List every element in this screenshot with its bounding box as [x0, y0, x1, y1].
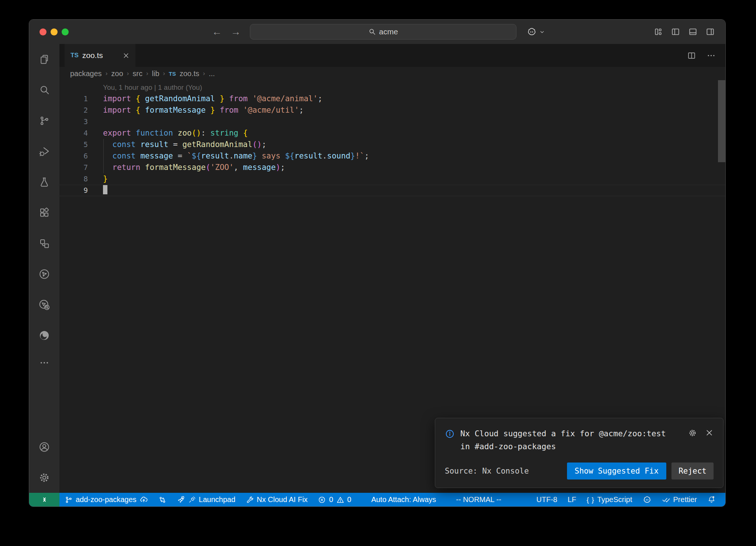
cloud-upload-icon — [140, 495, 148, 504]
launchpad-label: Launchpad — [199, 495, 236, 504]
line-number: 5 — [59, 139, 103, 150]
settings-gear-icon[interactable] — [29, 462, 59, 493]
branch-name: add-zoo-packages — [76, 495, 137, 504]
copilot-menu-button[interactable] — [527, 20, 545, 44]
notification-settings-gear-icon[interactable] — [688, 429, 697, 437]
tab-zoo-ts[interactable]: TS zoo.ts — [65, 44, 135, 67]
remote-explorer-icon[interactable] — [29, 228, 59, 259]
code-line[interactable]: 5 const result = getRandomAnimal(); — [59, 139, 725, 150]
close-tab-icon[interactable] — [123, 52, 130, 59]
eol-status[interactable]: LF — [563, 493, 581, 506]
nx-cloud-ai-fix-status[interactable]: Nx Cloud AI Fix — [241, 493, 313, 506]
line-number: 6 — [59, 150, 103, 162]
notification-message: Nx Cloud suggested a fix for @acme/zoo:t… — [460, 427, 674, 453]
auto-attach-status[interactable]: Auto Attach: Always — [366, 493, 441, 506]
remote-indicator-icon — [40, 495, 49, 504]
nx-cloud-icon[interactable] — [29, 289, 59, 320]
vim-block-cursor — [103, 185, 107, 194]
line-number: 1 — [59, 93, 103, 105]
bell-dot-icon — [707, 495, 716, 504]
prettier-status[interactable]: Prettier — [657, 493, 702, 506]
go-forward-button[interactable]: → — [231, 26, 241, 38]
code-line[interactable]: 6 const message = `${result.name} says $… — [59, 150, 725, 162]
zoom-window-button[interactable] — [62, 28, 69, 35]
breadcrumb-separator: › — [106, 70, 108, 77]
remote-indicator[interactable] — [29, 493, 59, 506]
activity-bar — [29, 44, 59, 493]
customize-layout-icon[interactable] — [653, 27, 663, 37]
command-center-search[interactable]: acme — [250, 24, 516, 40]
toggle-secondary-sidebar-icon[interactable] — [705, 27, 715, 37]
explorer-icon[interactable] — [29, 44, 59, 75]
notifications-status[interactable] — [702, 493, 721, 506]
more-icon[interactable] — [29, 351, 59, 375]
typescript-file-icon: TS — [71, 52, 79, 59]
code-line[interactable]: 3 — [59, 116, 725, 127]
code-line[interactable]: 8} — [59, 173, 725, 185]
launchpad-status[interactable]: Launchpad — [172, 493, 241, 506]
go-back-button[interactable]: ← — [212, 26, 222, 38]
info-icon — [445, 427, 455, 453]
edge-browser-icon[interactable] — [29, 320, 59, 351]
encoding-status[interactable]: UTF-8 — [531, 493, 563, 506]
language-label: TypeScript — [597, 495, 632, 504]
code-line[interactable]: 2import { formatMessage } from '@acme/ut… — [59, 105, 725, 116]
reject-button[interactable]: Reject — [671, 463, 714, 480]
copilot-status[interactable] — [638, 493, 657, 506]
code-editor[interactable]: You, 1 hour ago | 1 author (You) 1import… — [59, 80, 725, 493]
split-editor-icon[interactable] — [687, 51, 696, 60]
check-double-icon — [662, 495, 670, 504]
git-branch-status[interactable]: add-zoo-packages — [59, 493, 153, 506]
show-suggested-fix-button[interactable]: Show Suggested Fix — [567, 463, 667, 480]
toggle-primary-sidebar-icon[interactable] — [671, 27, 680, 37]
status-bar: add-zoo-packages — [29, 493, 725, 506]
close-window-button[interactable] — [39, 28, 47, 35]
problems-status[interactable]: 0 0 — [313, 493, 356, 506]
search-icon[interactable] — [29, 75, 59, 105]
git-blame-annotation: You, 1 hour ago | 1 author (You) — [103, 82, 725, 93]
run-and-debug-icon[interactable] — [29, 136, 59, 167]
breadcrumb-separator: › — [127, 70, 129, 77]
code-line[interactable]: 9 — [59, 185, 725, 196]
breadcrumb-separator: › — [203, 70, 205, 77]
warning-count: 0 — [347, 495, 351, 504]
title-bar: ← → acme — [29, 20, 725, 44]
line-number: 9 — [59, 185, 103, 196]
vertical-scrollbar[interactable] — [718, 80, 725, 162]
tab-label: zoo.ts — [82, 51, 103, 60]
breadcrumb-segment[interactable]: packages — [70, 69, 102, 78]
breadcrumb-file[interactable]: zoo.ts — [179, 69, 199, 78]
git-compare-status[interactable] — [153, 493, 172, 506]
more-actions-icon[interactable] — [707, 51, 716, 60]
line-number: 2 — [59, 105, 103, 116]
language-status[interactable]: { } TypeScript — [581, 493, 637, 506]
breadcrumb-segment[interactable]: zoo — [111, 69, 123, 78]
nx-fix-label: Nx Cloud AI Fix — [257, 495, 308, 504]
testing-icon[interactable] — [29, 167, 59, 197]
notification-toast: Nx Cloud suggested a fix for @acme/zoo:t… — [435, 418, 724, 488]
breadcrumb-more[interactable]: ... — [209, 69, 215, 78]
vim-mode-status[interactable]: -- NORMAL -- — [451, 493, 506, 506]
close-icon[interactable] — [705, 429, 714, 437]
warning-triangle-icon — [336, 496, 344, 504]
toggle-panel-icon[interactable] — [688, 27, 698, 37]
eol-label: LF — [568, 495, 576, 504]
accounts-icon[interactable] — [29, 431, 59, 462]
encoding-label: UTF-8 — [536, 495, 557, 504]
code-line[interactable]: 1import { getRandomAnimal } from '@acme/… — [59, 93, 725, 105]
window-controls — [39, 28, 69, 35]
search-value: acme — [379, 27, 398, 36]
error-circle-icon — [318, 496, 326, 504]
code-line[interactable]: 7 return formatMessage('ZOO', message); — [59, 162, 725, 173]
breadcrumb-segment[interactable]: lib — [152, 69, 159, 78]
breadcrumb-separator: › — [146, 70, 148, 77]
breadcrumb-separator: › — [163, 70, 165, 77]
code-line[interactable]: 4export function zoo(): string { — [59, 127, 725, 139]
minimize-window-button[interactable] — [51, 28, 58, 35]
extensions-icon[interactable] — [29, 197, 59, 228]
source-control-icon[interactable] — [29, 105, 59, 136]
breadcrumb-segment[interactable]: src — [133, 69, 142, 78]
tab-bar: TS zoo.ts — [59, 44, 725, 67]
nx-console-icon[interactable] — [29, 259, 59, 289]
code-lines: 1import { getRandomAnimal } from '@acme/… — [59, 93, 725, 196]
